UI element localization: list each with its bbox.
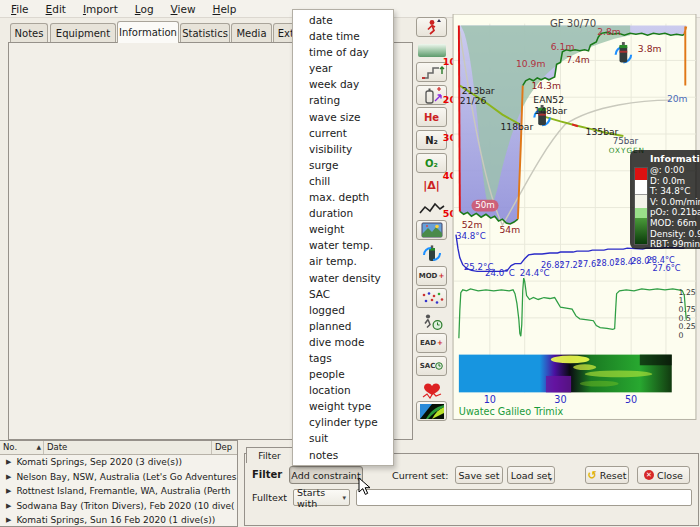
particles-button[interactable] <box>416 288 447 308</box>
constraint-menu-item[interactable]: week day <box>293 76 393 92</box>
constraint-menu-item[interactable]: air temp. <box>293 253 393 269</box>
ead-button[interactable]: EAD+ <box>416 333 447 353</box>
depth-annotation: 14.3m <box>531 80 560 91</box>
constraint-menu-item[interactable]: weight <box>293 221 393 237</box>
constraint-menu-item[interactable]: people <box>293 366 393 382</box>
save-set-button[interactable]: Save set <box>455 466 503 484</box>
tab-statistics[interactable]: Statistics <box>180 23 230 42</box>
tab-notes[interactable]: Notes <box>10 23 48 42</box>
chevron-down-icon: ▾ <box>342 494 346 502</box>
fulltext-label: Fulltext <box>252 492 287 503</box>
constraint-menu-item[interactable]: location <box>293 382 393 398</box>
constraint-menu-item[interactable]: suit <box>293 430 393 446</box>
constraint-menu-item[interactable]: current <box>293 125 393 141</box>
depth-annotation: 3.8m <box>638 43 662 54</box>
constraint-menu-item[interactable]: surge <box>293 157 393 173</box>
sac-button[interactable]: SAC <box>416 356 447 376</box>
photo-icon <box>419 221 445 239</box>
expander-icon[interactable]: ▶ <box>6 458 11 466</box>
column-header-number[interactable]: No.▲ <box>0 441 44 454</box>
ascent-rate-button[interactable] <box>416 17 447 37</box>
pressure-annotation: 75bar <box>613 136 639 146</box>
add-constraint-button[interactable]: Add constraint ▾ <box>289 466 363 484</box>
depth-annotation: 10.9m <box>516 58 545 69</box>
photos-button[interactable] <box>416 220 447 240</box>
constraint-menu-item[interactable]: water temp. <box>293 237 393 253</box>
menu-item[interactable]: Edit <box>39 2 73 16</box>
mouse-cursor <box>358 477 372 496</box>
tank-change-icon <box>419 244 445 263</box>
temp-annotation: 34.8°C <box>456 231 486 241</box>
profile-info-tooltip: Information @: 0:00 D: 0.0m T: 34.8°C V:… <box>630 150 700 249</box>
time-tick: 10 <box>484 394 496 405</box>
constraint-menu-item[interactable]: cylinder type <box>293 414 393 430</box>
constraint-menu-item[interactable]: dive mode <box>293 334 393 350</box>
po2-tick: 1.25 <box>679 288 696 297</box>
undo-icon: ↺ <box>588 469 597 482</box>
constraint-menu-item[interactable]: planned <box>293 318 393 334</box>
reset-button[interactable]: ↺Reset <box>585 466 629 484</box>
constraint-menu-item[interactable]: duration <box>293 205 393 221</box>
temp-annotation: 27.6°C <box>652 263 680 273</box>
tissue-gradient-bar <box>634 167 648 245</box>
constraint-menu-item[interactable]: logged <box>293 302 393 318</box>
tab-equipment[interactable]: Equipment <box>50 23 116 42</box>
column-header-date[interactable]: Date <box>44 441 212 454</box>
expander-icon[interactable]: ▶ <box>6 487 11 495</box>
gas-change-marker-button[interactable] <box>416 243 447 263</box>
po2-tick: 1 <box>679 296 684 305</box>
expander-icon[interactable]: ▶ <box>6 516 11 524</box>
heartrate-button[interactable] <box>416 379 447 399</box>
temp-annotation: 24.0°C <box>485 268 515 278</box>
runner-clock-icon <box>419 312 445 331</box>
fulltext-input[interactable] <box>356 489 692 506</box>
close-button[interactable]: ✕Close <box>637 466 690 484</box>
dive-trip-row[interactable]: ▶Komati Springs, Sep 2020 (3 dive(s)) <box>0 455 237 470</box>
constraint-menu-item[interactable]: chill <box>293 173 393 189</box>
filter-tab[interactable]: Filter <box>246 447 293 463</box>
expander-icon[interactable]: ▶ <box>6 502 11 510</box>
po2-tick: 0.75 <box>679 305 696 314</box>
tab-information[interactable]: Information <box>117 21 179 43</box>
depth-annotation: 2.8m <box>597 26 621 37</box>
constraint-menu-item[interactable]: date <box>293 12 393 28</box>
constraint-menu-item[interactable]: date time <box>293 28 393 44</box>
chart-title: GF 30/70 <box>550 18 596 29</box>
menu-item[interactable]: Help <box>205 2 243 16</box>
constraint-menu-item[interactable]: weight type <box>293 398 393 414</box>
constraint-menu-item[interactable]: wave size <box>293 109 393 125</box>
constraint-menu-item[interactable]: water density <box>293 270 393 286</box>
constraint-menu-item[interactable]: time of day <box>293 44 393 60</box>
menu-item[interactable]: Import <box>76 2 125 16</box>
dive-trip-row[interactable]: ▶Nelson Bay, NSW, Australia (Let's Go Ad… <box>0 470 237 485</box>
dive-trip-row[interactable]: ▶Komati Springs, Sun 16 Feb 2020 (1 dive… <box>0 513 237 527</box>
constraint-menu-item[interactable]: year <box>293 60 393 76</box>
constraint-menu-item[interactable]: notes <box>293 447 393 463</box>
constraint-menu-item[interactable]: SAC <box>293 286 393 302</box>
constraint-menu-item[interactable]: visibility <box>293 141 393 157</box>
expander-icon[interactable]: ▶ <box>6 473 11 481</box>
tissue-heatmap-button[interactable] <box>416 401 447 421</box>
depth-annotation: 7.4m <box>566 54 590 65</box>
fulltext-mode-select[interactable]: Starts with▾ <box>293 489 350 506</box>
dive-list: No.▲ Date Dep ▶Komati Springs, Sep 2020 … <box>0 440 238 527</box>
dive-trip-row[interactable]: ▶Sodwana Bay (Triton Divers), Feb 2020 (… <box>0 499 237 514</box>
tab-media[interactable]: Media <box>231 23 272 42</box>
deco-depth-label: 50m <box>475 201 495 211</box>
column-header-depth[interactable]: Dep <box>212 441 236 454</box>
menu-item[interactable]: Log <box>128 2 161 16</box>
depth-annotation: 54m <box>500 224 521 235</box>
he-graph-button[interactable]: He <box>416 107 447 127</box>
menu-item[interactable]: File <box>4 2 36 16</box>
mod-button[interactable]: MOD+ <box>416 266 447 286</box>
menu-indicator-icon: ▾ <box>549 475 552 482</box>
runner-icon <box>420 18 444 36</box>
ndl-button[interactable] <box>416 311 447 331</box>
constraint-menu-item[interactable]: rating <box>293 92 393 108</box>
constraint-menu-item[interactable]: max. depth <box>293 189 393 205</box>
dive-trip-row[interactable]: ▶Rottnest Island, Fremantle, WA, Austral… <box>0 484 237 499</box>
load-set-button[interactable]: Load set▾ <box>507 466 555 484</box>
constraint-menu-item[interactable]: tags <box>293 350 393 366</box>
menu-item[interactable]: View <box>164 2 203 16</box>
po2-tick: 0.25 <box>679 322 696 331</box>
